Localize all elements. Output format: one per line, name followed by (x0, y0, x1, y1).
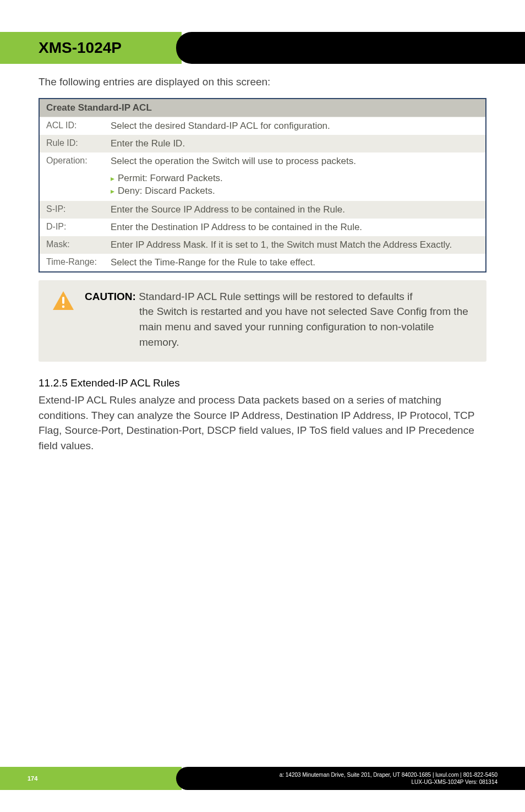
section-heading: 11.2.5 Extended-IP ACL Rules (39, 377, 486, 389)
row-label: Rule ID: (40, 135, 108, 152)
svg-rect-0 (62, 297, 64, 304)
page-number: 174 (28, 775, 37, 782)
header-black-block (176, 32, 525, 64)
table-row: Time-Range: Select the Time-Range for th… (40, 254, 485, 271)
table-row: ACL ID: Select the desired Standard-IP A… (40, 117, 485, 135)
table-row: Operation: Select the operation the Swit… (40, 152, 485, 201)
table-row: D-IP: Enter the Destination IP Address t… (40, 219, 485, 236)
warning-icon (52, 290, 75, 313)
row-value: Select the desired Standard-IP ACL for c… (108, 117, 485, 135)
row-value: Select the Time-Range for the Rule to ta… (108, 254, 485, 271)
svg-point-1 (62, 306, 65, 308)
caution-text: CAUTION: Standard-IP ACL Rule settings w… (85, 289, 473, 350)
table-row: Mask: Enter IP Address Mask. If it is se… (40, 236, 485, 254)
product-title: XMS-1024P (39, 39, 122, 57)
intro-text: The following entries are displayed on t… (39, 76, 486, 88)
row-value: Enter the Source IP Address to be contai… (108, 201, 485, 219)
caution-first-line: Standard-IP ACL Rule settings will be re… (136, 291, 413, 302)
row-label: ACL ID: (40, 117, 108, 135)
row-value: Enter the Rule ID. (108, 135, 485, 152)
row-label: D-IP: (40, 219, 108, 236)
row-label: Operation: (40, 152, 108, 201)
caution-label: CAUTION: (85, 291, 136, 302)
caution-box: CAUTION: Standard-IP ACL Rule settings w… (39, 280, 486, 362)
row-value: Select the operation the Switch will use… (108, 152, 485, 201)
bullet-item: Deny: Discard Packets. (111, 185, 479, 198)
row-value: Enter IP Address Mask. If it is set to 1… (108, 236, 485, 254)
row-value: Enter the Destination IP Address to be c… (108, 219, 485, 236)
row-label: Time-Range: (40, 254, 108, 271)
footer-bar: 174 a: 14203 Minuteman Drive, Suite 201,… (0, 767, 525, 790)
config-table: Create Standard-IP ACL ACL ID: Select th… (39, 98, 486, 273)
footer-address: a: 14203 Minuteman Drive, Suite 201, Dra… (280, 771, 497, 779)
row-label: S-IP: (40, 201, 108, 219)
header-bar: XMS-1024P (0, 32, 525, 64)
caution-rest: the Switch is restarted and you have not… (85, 304, 473, 350)
table-row: Rule ID: Enter the Rule ID. (40, 135, 485, 152)
row-text: Select the operation the Switch will use… (111, 156, 356, 166)
footer-info-block: a: 14203 Minuteman Drive, Suite 201, Dra… (176, 767, 525, 790)
table-row: S-IP: Enter the Source IP Address to be … (40, 201, 485, 219)
row-label: Mask: (40, 236, 108, 254)
section-body: Extend-IP ACL Rules analyze and process … (39, 393, 486, 453)
header-green-block: XMS-1024P (0, 32, 182, 64)
footer-doc: LUX-UG-XMS-1024P Vers: 081314 (411, 778, 497, 786)
bullet-list: Permit: Forward Packets. Deny: Discard P… (111, 172, 479, 198)
footer-page-block: 174 (0, 767, 182, 790)
bullet-item: Permit: Forward Packets. (111, 172, 479, 185)
table-title: Create Standard-IP ACL (40, 99, 485, 117)
